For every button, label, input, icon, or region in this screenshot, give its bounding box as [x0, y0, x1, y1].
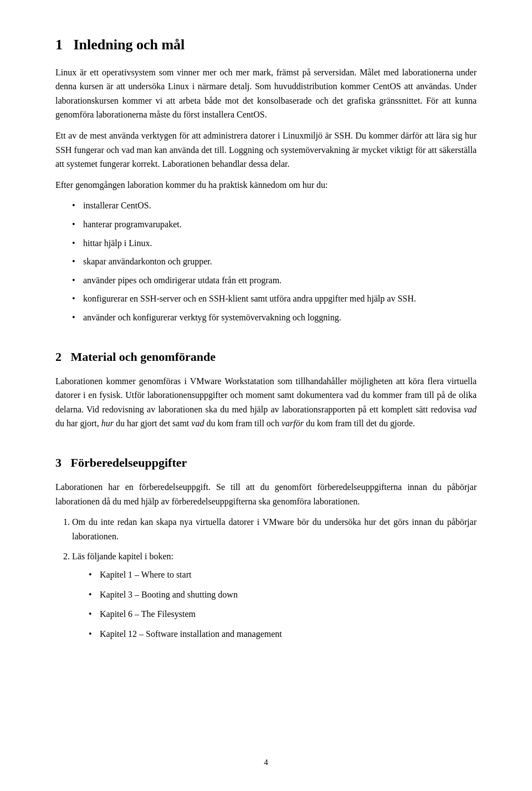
- section-3-title: Förberedelseuppgifter: [71, 456, 187, 470]
- section-1-number: 1: [55, 37, 63, 53]
- list-item: använder och konfigurerar verktyg för sy…: [72, 310, 477, 325]
- list-item: hittar hjälp i Linux.: [72, 236, 477, 251]
- list-item: använder pipes och omdirigerar utdata fr…: [72, 273, 477, 288]
- list-item: Om du inte redan kan skapa nya virtuella…: [72, 515, 477, 543]
- section-1-heading: 1 Inledning och mål: [55, 33, 477, 57]
- section-3-para-1: Laborationen har en förberedelseuppgift.…: [55, 480, 477, 508]
- list-item: Kapitel 6 – The Filesystem: [89, 607, 477, 621]
- section-2-number: 2: [55, 350, 62, 364]
- section-1-para-2: Ett av de mest använda verktygen för att…: [55, 129, 477, 171]
- list-item: skapar användarkonton och grupper.: [72, 254, 477, 269]
- section-2-title: Material och genomförande: [71, 350, 216, 364]
- section-3-ordered-list: Om du inte redan kan skapa nya virtuella…: [72, 515, 477, 641]
- list-item: Kapitel 12 – Software installation and m…: [89, 627, 477, 641]
- section-1-para-1: Linux är ett operativsystem som vinner m…: [55, 65, 477, 122]
- list-item: Kapitel 3 – Booting and shutting down: [89, 588, 477, 602]
- list-item: hanterar programvarupaket.: [72, 217, 477, 232]
- section-1-para-3: Efter genomgången laboration kommer du h…: [55, 178, 477, 192]
- section-1-bullet-list: installerar CentOS. hanterar programvaru…: [72, 198, 477, 324]
- sub-bullet-list: Kapitel 1 – Where to start Kapitel 3 – B…: [89, 568, 477, 641]
- section-2-heading: 2 Material och genomförande: [55, 347, 477, 366]
- section-2-para-1: Laborationen kommer genomföras i VMware …: [55, 374, 477, 431]
- section-3-number: 3: [55, 456, 62, 470]
- list-item: Kapitel 1 – Where to start: [89, 568, 477, 582]
- page-number: 4: [264, 756, 268, 769]
- section-1-title: Inledning och mål: [74, 37, 185, 53]
- page: 1 Inledning och mål Linux är ett operati…: [0, 0, 532, 791]
- list-item: installerar CentOS.: [72, 198, 477, 213]
- section-3-heading: 3 Förberedelseuppgifter: [55, 453, 477, 472]
- list-item: Läs följande kapitel i boken: Kapitel 1 …: [72, 549, 477, 641]
- list-item: konfigurerar en SSH-server och en SSH-kl…: [72, 292, 477, 306]
